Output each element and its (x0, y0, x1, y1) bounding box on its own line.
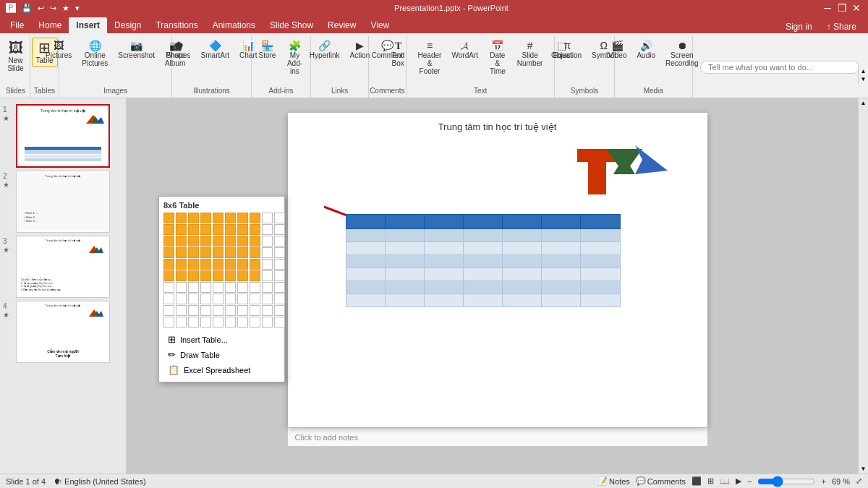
tab-slideshow[interactable]: Slide Show (263, 17, 320, 33)
slide-canvas[interactable]: Trung tâm tin học trí tuệ việt (288, 113, 707, 427)
audio-button[interactable]: 🔊 Audio (632, 38, 660, 62)
grid-cell-4-2[interactable] (188, 259, 199, 270)
grid-cell-6-9[interactable] (274, 282, 285, 293)
grid-cell-9-8[interactable] (262, 317, 273, 328)
datetime-button[interactable]: 📅 Date &Time (483, 38, 512, 78)
grid-cell-6-6[interactable] (237, 282, 248, 293)
grid-cell-0-5[interactable] (225, 213, 236, 223)
grid-cell-1-4[interactable] (213, 224, 224, 235)
grid-cell-2-5[interactable] (225, 236, 236, 247)
screenshot-button[interactable]: 📷 Screenshot (114, 38, 159, 62)
grid-cell-3-1[interactable] (176, 247, 187, 258)
grid-cell-0-0[interactable] (163, 213, 174, 223)
grid-cell-3-4[interactable] (213, 247, 224, 258)
zoom-in-icon[interactable]: + (821, 477, 825, 486)
store-button[interactable]: 🏪 Store (254, 38, 280, 62)
grid-cell-5-9[interactable] (274, 270, 285, 281)
grid-cell-3-0[interactable] (163, 247, 174, 258)
wordart-button[interactable]: 𝓐 WordArt (448, 38, 482, 62)
myaddin-button[interactable]: 🧩 My Add-ins (281, 38, 307, 78)
grid-cell-1-8[interactable] (262, 224, 273, 235)
grid-cell-6-7[interactable] (250, 282, 260, 293)
grid-cell-1-7[interactable] (250, 224, 260, 235)
grid-cell-8-2[interactable] (188, 305, 199, 316)
tab-transitions[interactable]: Transitions (148, 17, 205, 33)
hyperlink-button[interactable]: 🔗 Hyperlink (305, 38, 344, 62)
draw-table-item[interactable]: ✏ Draw Table (163, 347, 280, 362)
grid-cell-3-5[interactable] (225, 247, 236, 258)
grid-cell-4-5[interactable] (225, 259, 236, 270)
view-normal-icon[interactable]: ⬛ (692, 476, 702, 486)
grid-cell-1-9[interactable] (274, 224, 285, 235)
grid-cell-8-5[interactable] (225, 305, 236, 316)
pictures-button[interactable]: 🖼 Pictures (41, 38, 76, 62)
grid-cell-7-7[interactable] (250, 294, 260, 304)
tab-file[interactable]: File (3, 17, 31, 33)
grid-cell-8-3[interactable] (200, 305, 211, 316)
tab-insert[interactable]: Insert (69, 17, 107, 33)
fit-window-icon[interactable]: ⤢ (856, 476, 862, 486)
view-reading-icon[interactable]: 📖 (720, 476, 730, 486)
new-slide-button[interactable]: 🖼 NewSlide (3, 38, 29, 75)
undo-button[interactable]: ↩ (36, 4, 46, 13)
grid-cell-4-7[interactable] (250, 259, 260, 270)
qat-dropdown[interactable]: ▾ (74, 4, 81, 13)
grid-cell-4-0[interactable] (163, 259, 174, 270)
grid-cell-3-3[interactable] (200, 247, 211, 258)
grid-cell-7-8[interactable] (262, 294, 273, 304)
grid-cell-2-0[interactable] (163, 236, 174, 247)
grid-cell-7-3[interactable] (200, 294, 211, 304)
grid-cell-3-9[interactable] (274, 247, 285, 258)
grid-cell-7-4[interactable] (213, 294, 224, 304)
grid-cell-5-7[interactable] (250, 270, 260, 281)
grid-cell-9-7[interactable] (250, 317, 260, 328)
grid-cell-5-2[interactable] (188, 270, 199, 281)
grid-cell-8-8[interactable] (262, 305, 273, 316)
zoom-slider[interactable] (757, 479, 815, 484)
equation-button[interactable]: π Equation (549, 38, 586, 62)
close-button[interactable]: ✕ (851, 3, 862, 13)
grid-cell-9-6[interactable] (237, 317, 248, 328)
grid-cell-2-7[interactable] (250, 236, 260, 247)
view-slide-sorter-icon[interactable]: ⊞ (707, 476, 714, 486)
tab-review[interactable]: Review (320, 17, 363, 33)
grid-cell-4-9[interactable] (274, 259, 285, 270)
grid-cell-7-0[interactable] (163, 294, 174, 304)
share-button[interactable]: ↑ Share (821, 20, 862, 33)
grid-cell-7-6[interactable] (237, 294, 248, 304)
grid-cell-2-3[interactable] (200, 236, 211, 247)
tab-animations[interactable]: Animations (205, 17, 263, 33)
grid-cell-2-8[interactable] (262, 236, 273, 247)
grid-cell-3-8[interactable] (262, 247, 273, 258)
grid-cell-9-9[interactable] (274, 317, 285, 328)
right-scrollbar[interactable]: ▲ ▼ (858, 98, 868, 474)
grid-cell-1-1[interactable] (176, 224, 187, 235)
grid-cell-3-6[interactable] (237, 247, 248, 258)
slide-number-button[interactable]: # SlideNumber (514, 38, 546, 70)
grid-cell-5-8[interactable] (262, 270, 273, 281)
grid-cell-7-1[interactable] (176, 294, 187, 304)
scroll-down-arrow[interactable]: ▼ (859, 464, 868, 474)
grid-cell-0-7[interactable] (250, 213, 260, 223)
restore-button[interactable]: ❐ (836, 3, 848, 13)
video-button[interactable]: 🎬 Video (604, 38, 631, 62)
grid-cell-5-4[interactable] (213, 270, 224, 281)
grid-cell-1-5[interactable] (225, 224, 236, 235)
shapes-button[interactable]: ⬟ Shapes (162, 38, 195, 62)
grid-cell-6-8[interactable] (262, 282, 273, 293)
grid-cell-0-4[interactable] (213, 213, 224, 223)
header-footer-button[interactable]: ≡ Header& Footer (412, 38, 447, 78)
grid-cell-0-1[interactable] (176, 213, 187, 223)
slide-thumb-1[interactable]: Trung tâm tin học trí tuệ việt (16, 104, 110, 168)
signin-button[interactable]: Sign in (780, 20, 818, 33)
online-pictures-button[interactable]: 🌐 OnlinePictures (77, 38, 112, 70)
grid-cell-9-3[interactable] (200, 317, 211, 328)
grid-cell-7-2[interactable] (188, 294, 199, 304)
notes-button[interactable]: 📝 Notes (597, 476, 630, 486)
minimize-button[interactable]: ─ (822, 3, 833, 13)
slide-thumb-4[interactable]: Trung tâm tin học trí tuệ việt Cảm ơn mọ… (16, 301, 110, 363)
grid-cell-6-2[interactable] (188, 282, 199, 293)
grid-cell-8-0[interactable] (163, 305, 174, 316)
grid-cell-8-4[interactable] (213, 305, 224, 316)
grid-cell-8-7[interactable] (250, 305, 260, 316)
